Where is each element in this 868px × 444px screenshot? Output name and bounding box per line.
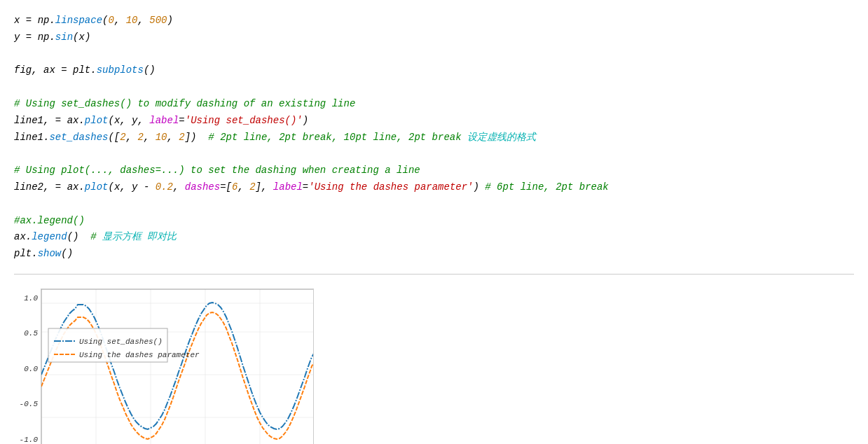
y-label-n1-0: -1.0	[20, 436, 38, 444]
code-line-2: y = np.sin(x)	[14, 29, 854, 46]
chart-container: 1.0 0.5 0.0 -0.5 -1.0	[14, 289, 314, 444]
svg-rect-11	[41, 289, 314, 444]
chart-plot-area: Using set_dashes() Using the dashes para…	[41, 289, 314, 444]
y-label-n0-5: -0.5	[20, 400, 38, 408]
code-line-1: x = np.linspace(0, 10, 500)	[14, 13, 854, 29]
legend-label-2: Using the dashes parameter	[79, 351, 200, 359]
page-container: x = np.linspace(0, 10, 500) y = np.sin(x…	[0, 0, 868, 444]
code-line-8: plt.show()	[14, 246, 854, 263]
line1-curve	[41, 303, 314, 429]
code-comment-2: # Using plot(..., dashes=...) to set the…	[14, 162, 854, 179]
code-line-7: ax.legend() # 显示方框 即对比	[14, 229, 854, 246]
code-line-4: line1, = ax.plot(x, y, label='Using set_…	[14, 113, 854, 130]
chart-svg: Using set_dashes() Using the dashes para…	[41, 289, 314, 444]
code-comment-3: #ax.legend()	[14, 213, 854, 230]
code-comment-1: # Using set_dashes() to modify dashing o…	[14, 96, 854, 113]
code-section: x = np.linspace(0, 10, 500) y = np.sin(x…	[14, 7, 854, 268]
section-divider	[14, 274, 854, 275]
code-line-5: line1.set_dashes([2, 2, 10, 2]) # 2pt li…	[14, 130, 854, 146]
legend-label-1: Using set_dashes()	[79, 338, 163, 346]
y-axis-labels: 1.0 0.5 0.0 -0.5 -1.0	[14, 289, 41, 444]
y-label-0-5: 0.5	[24, 329, 38, 338]
code-line-6: line2, = ax.plot(x, y - 0.2, dashes=[6, …	[14, 179, 854, 196]
y-label-0-0: 0.0	[24, 365, 38, 373]
y-label-1-0: 1.0	[24, 294, 38, 303]
code-line-3: fig, ax = plt.subplots()	[14, 62, 854, 79]
